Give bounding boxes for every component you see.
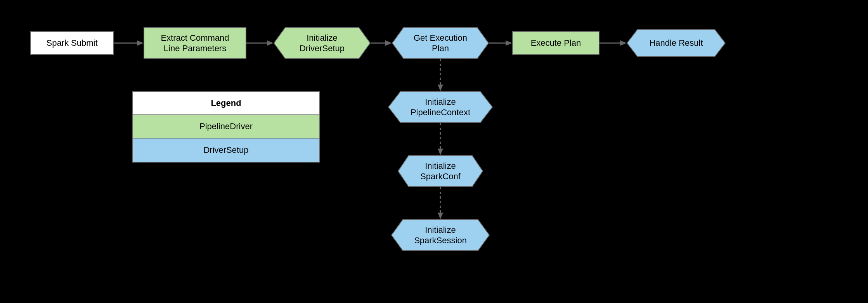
arrow-5 [599,39,627,47]
svg-marker-19 [438,149,443,155]
arrow-v2 [436,123,445,155]
svg-marker-21 [438,213,443,219]
node-label: Initialize DriverSetup [289,33,355,54]
node-label: Spark Submit [46,38,97,48]
node-init-spark-session: Initialize SparkSession [391,219,490,251]
node-label: Handle Result [638,38,714,48]
arrow-1 [114,39,144,47]
legend: Legend PipelineDriver DriverSetup [132,91,320,163]
svg-marker-7 [137,40,144,46]
legend-driver-setup: DriverSetup [133,139,319,162]
arrow-v1 [436,59,445,91]
node-handle-result: Handle Result [627,29,726,57]
svg-marker-15 [620,40,627,46]
node-init-spark-conf: Initialize SparkConf [398,155,483,187]
arrow-v3 [436,187,445,219]
svg-marker-11 [385,40,392,46]
arrow-3 [371,39,392,47]
node-label: Execute Plan [531,38,581,48]
node-label: Initialize PipelineContext [400,97,481,118]
node-init-pipeline-context: Initialize PipelineContext [388,91,493,123]
svg-marker-13 [506,40,512,46]
svg-marker-9 [267,40,274,46]
node-label: Get Execution Plan [403,33,478,54]
arrow-2 [246,39,274,47]
node-label: Extract Command Line Parameters [161,33,229,54]
legend-pipeline-driver: PipelineDriver [133,115,319,139]
svg-marker-17 [438,85,443,91]
node-get-exec-plan: Get Execution Plan [392,27,489,59]
node-label: Initialize SparkConf [409,161,471,182]
node-init-driver-setup: Initialize DriverSetup [274,27,371,59]
node-execute-plan: Execute Plan [512,31,599,55]
node-spark-submit: Spark Submit [30,31,114,55]
node-extract-params: Extract Command Line Parameters [144,27,246,59]
legend-title: Legend [133,92,319,115]
node-label: Initialize SparkSession [403,225,478,246]
arrow-4 [489,39,512,47]
